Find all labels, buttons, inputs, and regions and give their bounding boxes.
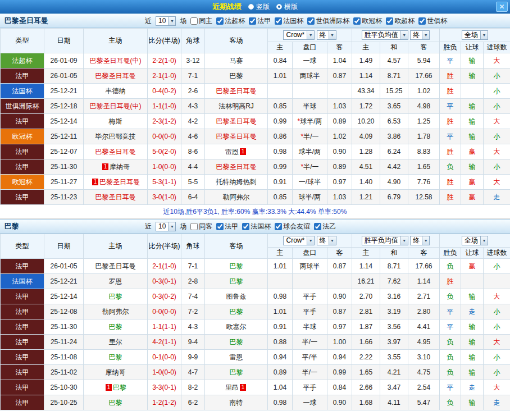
column-header-corner: 角球 [181,234,205,259]
corners-cell: 4-6 [181,129,205,144]
team-name: 巴黎圣日耳曼 [0,16,145,26]
league-cell: 法甲 [1,365,44,380]
checkbox-input[interactable] [386,17,393,25]
match-count-select[interactable]: 10 ▼ [156,222,176,231]
date-cell: 26-01-05 [44,259,84,274]
score-cell: 0-0(0-0) [148,129,181,144]
close-button[interactable]: ✕ [496,2,508,12]
filter-checkbox-法国杯[interactable]: 法国杯 [275,16,303,26]
result-cell: 负 [440,350,461,365]
team-label: 托特纳姆热刺 [216,178,257,186]
odds-away-cell: 1.00 [327,335,352,350]
filter-checkbox-世俱洲际杯[interactable]: 世俱洲际杯 [307,16,349,26]
team-label: 摩纳哥 [110,163,130,171]
odds-home-cell [268,84,293,99]
filter-checkbox-同主[interactable]: 同主 [190,16,212,26]
layout-horizontal-option[interactable]: 横版 [276,2,298,12]
filter-checkbox-法超杯[interactable]: 法超杯 [216,16,245,26]
avg-away-cell: 12.58 [408,190,440,205]
handicap-result-cell: 走 [461,304,484,319]
team-label: 巴黎 [230,72,243,80]
home-team-cell: 巴黎 [84,319,148,335]
goals-result-cell: 小 [484,304,510,319]
layout-vertical-option[interactable]: 竖版 [248,2,270,12]
goals-result-cell: 小 [484,159,510,175]
filter-checkbox-法甲[interactable]: 法甲 [249,16,271,26]
filter-checkbox-欧冠杯[interactable]: 欧冠杯 [353,16,382,26]
chevron-down-icon: ▼ [422,236,429,245]
odds-home-cell [268,274,293,289]
column-header: 进球数 [484,42,510,53]
checkbox-input[interactable] [314,223,321,230]
avg-away-cell: 4.41 [408,319,440,335]
column-header: 让球 [461,42,484,53]
score-cell: 5-0(2-0) [148,144,181,159]
column-header: 客 [327,42,352,53]
checkbox-label: 球会友谊 [283,222,310,231]
result-cell: 负 [440,395,461,410]
odds-away-cell: 0.94 [327,350,352,365]
avg-time-select[interactable]: 终 ▼ [410,30,430,40]
filter-checkbox-球会友谊[interactable]: 球会友谊 [275,222,310,231]
checkbox-input[interactable] [418,17,426,25]
match-row: 法甲25-11-08巴黎0-1(0-0)9-9雷恩0.94平/半0.942.22… [1,350,510,365]
checkbox-input[interactable] [242,223,249,230]
scope-select[interactable]: 全场 ▼ [462,30,488,40]
avg-home-cell: 10.20 [352,114,380,129]
checkbox-input[interactable] [275,223,282,230]
odds-time-select[interactable]: 终 ▼ [317,30,336,40]
team-label: 巴黎 [230,338,243,346]
team-label: 巴黎圣日耳曼 [95,72,136,80]
radio-vertical-icon[interactable] [248,4,254,10]
checkbox-input[interactable] [190,223,198,230]
handicap-result-cell: 赢 [461,259,484,274]
filter-checkbox-法甲[interactable]: 法甲 [216,222,238,231]
checkbox-input[interactable] [307,17,315,25]
checkbox-input[interactable] [190,17,198,25]
chevron-down-icon: ▼ [329,31,336,39]
odds-away-cell [327,274,352,289]
handicap-value: 半/一 [303,163,318,171]
radio-horizontal-icon[interactable] [276,4,282,10]
goals-result-cell: 小 [484,350,510,365]
avg-type-select[interactable]: 胜平负均值 ▼ [362,236,408,245]
home-team-cell: 巴黎圣日耳曼 [84,144,148,159]
odds-time-select[interactable]: 终 ▼ [317,236,336,245]
handicap-cell: 平手 [293,289,327,304]
odds-source-select[interactable]: Crow* ▼ [283,30,315,40]
checkbox-input[interactable] [249,17,256,25]
home-team-cell: 巴黎 [84,395,148,410]
team-section: 巴黎 近 10 ▼ 场 同客法甲法国杯球会友谊法乙 类型 [0,219,510,410]
filter-checkbox-法乙[interactable]: 法乙 [314,222,336,231]
date-cell: 25-12-18 [44,99,84,114]
filter-checkbox-世俱杯[interactable]: 世俱杯 [418,16,447,26]
near-label: 近 [145,16,152,26]
filter-checkbox-法国杯[interactable]: 法国杯 [242,222,271,231]
goals-result-cell [484,274,510,289]
goals-result-cell: 大 [484,144,510,159]
odds-away-cell: 0.89 [327,159,352,175]
handicap-cell: 两球半 [293,69,327,84]
odds-source-select[interactable]: Crow* ▼ [283,236,315,245]
checkbox-input[interactable] [275,17,282,25]
filter-checkbox-同客[interactable]: 同客 [190,222,212,231]
league-cell: 法甲 [1,380,44,395]
league-filter-checkboxes: 同客法甲法国杯球会友谊法乙 [190,222,336,231]
team-label: 雷恩 [230,353,243,361]
match-count-select[interactable]: 10 ▼ [156,16,176,26]
scope-select[interactable]: 全场 ▼ [462,236,488,245]
team-section: 巴黎圣日耳曼 近 10 ▼ 场 同主法超杯法甲法国杯世俱洲际杯欧冠杯欧超杯世俱杯 [0,13,510,219]
checkbox-input[interactable] [216,223,224,230]
checkbox-input[interactable] [353,17,361,25]
avg-draw-cell: 3.55 [380,350,408,365]
match-row: 法国杯25-12-21丰德纳0-4(0-2)2-6巴黎圣日耳曼43.3415.2… [1,84,510,99]
score-cell: 0-0(0-0) [148,304,181,319]
avg-time-select[interactable]: 终 ▼ [410,236,430,245]
team-label: 马赛 [230,57,243,65]
result-cell: 平 [440,380,461,395]
handicap-result-cell: 输 [461,365,484,380]
avg-type-select[interactable]: 胜平负均值 ▼ [362,30,408,40]
checkbox-input[interactable] [216,17,224,25]
filter-checkbox-欧超杯[interactable]: 欧超杯 [386,16,415,26]
avg-draw-cell: 3.16 [380,289,408,304]
